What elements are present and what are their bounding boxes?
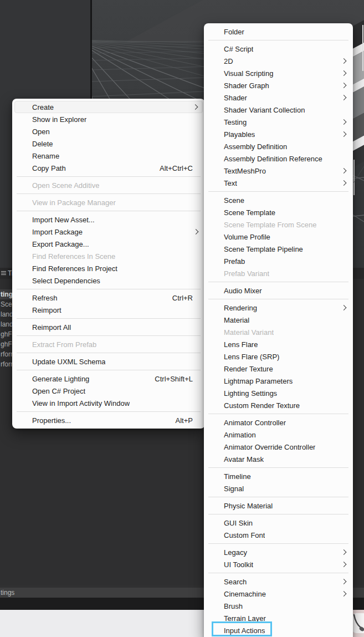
menu-item-brush[interactable]: Brush: [204, 600, 353, 612]
menu-item-2d[interactable]: 2D: [204, 55, 353, 67]
menu-item-label: Shader Graph: [224, 81, 269, 90]
menu-item-lightmap-parameters[interactable]: Lightmap Parameters: [204, 375, 353, 387]
menu-item-import-new-asset[interactable]: Import New Asset...: [12, 213, 205, 226]
menu-item-terrain-layer[interactable]: Terrain Layer: [204, 612, 353, 624]
menu-item-timeline[interactable]: Timeline: [204, 470, 353, 482]
menu-item-rename[interactable]: Rename: [12, 150, 205, 162]
menu-item-label: Find References In Scene: [32, 252, 115, 261]
menu-item-input-actions[interactable]: Input Actions: [204, 624, 353, 636]
menu-item-scene-template[interactable]: Scene Template: [204, 206, 353, 218]
menu-item-label: Cinemachine: [224, 590, 266, 598]
menu-item-custom-render-texture[interactable]: Custom Render Texture: [204, 399, 353, 411]
menu-shortcut: Alt+P: [176, 416, 197, 425]
menu-item-show-in-explorer[interactable]: Show in Explorer: [12, 113, 205, 125]
menu-item-signal[interactable]: Signal: [204, 482, 353, 495]
brush-icon: [352, 613, 364, 633]
menu-separator: [204, 512, 353, 517]
menu-item-text[interactable]: Text: [204, 177, 353, 189]
menu-item-legacy[interactable]: Legacy: [204, 546, 353, 558]
menu-item-label: Show in Explorer: [32, 115, 86, 124]
menu-item-cinemachine[interactable]: Cinemachine: [204, 588, 353, 600]
menu-item-volume-profile[interactable]: Volume Profile: [204, 231, 353, 243]
separator-line: [17, 411, 201, 412]
menu-item-label: Avatar Mask: [224, 455, 264, 463]
brush-asset-tile[interactable]: [352, 613, 364, 633]
menu-item-lighting-settings[interactable]: Lighting Settings: [204, 387, 353, 399]
menu-item-find-references-in-project[interactable]: Find References In Project: [12, 262, 205, 274]
menu-item-custom-font[interactable]: Custom Font: [204, 529, 353, 541]
menu-item-select-dependencies[interactable]: Select Dependencies: [12, 274, 205, 287]
menu-item-create[interactable]: Create: [14, 101, 203, 113]
menu-item-label: Copy Path: [32, 164, 66, 172]
menu-item-scene[interactable]: Scene: [204, 194, 353, 206]
menu-item-gui-skin[interactable]: GUI Skin: [204, 517, 353, 529]
menu-item-label: Physic Material: [224, 502, 273, 510]
menu-item-label: Prefab: [224, 257, 245, 266]
menu-item-import-package[interactable]: Import Package: [12, 226, 205, 238]
menu-item-shader[interactable]: Shader: [204, 91, 353, 104]
menu-item-label: View in Import Activity Window: [32, 399, 130, 407]
menu-item-view-in-import-activity-window[interactable]: View in Import Activity Window: [12, 397, 205, 409]
menu-separator: [12, 191, 205, 196]
menu-item-visual-scripting[interactable]: Visual Scripting: [204, 67, 353, 79]
separator-line: [17, 318, 201, 319]
menu-separator: [12, 208, 205, 213]
menu-item-search[interactable]: Search: [204, 575, 353, 588]
menu-item-label: Shader: [224, 94, 247, 102]
menu-item-folder[interactable]: Folder: [204, 26, 353, 38]
menu-item-open[interactable]: Open: [12, 125, 205, 137]
menu-item-lens-flare-srp[interactable]: Lens Flare (SRP): [204, 350, 353, 363]
menu-separator: [204, 279, 353, 284]
separator-line: [17, 176, 201, 177]
menu-item-animation[interactable]: Animation: [204, 429, 353, 441]
menu-item-label: Audio Mixer: [224, 287, 262, 295]
submenu-arrow-icon: [341, 562, 347, 567]
menu-item-lens-flare[interactable]: Lens Flare: [204, 338, 353, 350]
menu-item-assembly-definition-reference[interactable]: Assembly Definition Reference: [204, 152, 353, 165]
menu-separator: [12, 174, 205, 179]
menu-item-rendering[interactable]: Rendering: [204, 302, 353, 314]
menu-item-c-script[interactable]: C# Script: [204, 43, 353, 55]
menu-item-label: Find References In Project: [32, 264, 117, 273]
menu-item-label: Open C# Project: [32, 387, 85, 395]
menu-item-animator-controller[interactable]: Animator Controller: [204, 416, 353, 429]
menu-item-label: Import New Asset...: [32, 216, 95, 224]
menu-shortcut: Alt+Ctrl+C: [160, 164, 197, 172]
menu-item-shader-variant-collection[interactable]: Shader Variant Collection: [204, 104, 353, 116]
menu-item-scene-template-pipeline[interactable]: Scene Template Pipeline: [204, 243, 353, 255]
menu-item-label: Lightmap Parameters: [224, 377, 293, 385]
separator-line: [17, 335, 201, 336]
menu-item-open-c-project[interactable]: Open C# Project: [12, 385, 205, 397]
menu-item-extract-from-prefab: Extract From Prefab: [12, 338, 205, 350]
menu-separator: [204, 411, 353, 416]
menu-item-textmeshpro[interactable]: TextMeshPro: [204, 165, 353, 177]
menu-item-physic-material[interactable]: Physic Material: [204, 500, 353, 512]
menu-item-label: Input Actions: [224, 626, 265, 635]
menu-item-avatar-mask[interactable]: Avatar Mask: [204, 453, 353, 465]
menu-item-render-texture[interactable]: Render Texture: [204, 363, 353, 375]
menu-item-label: Rendering: [224, 304, 257, 312]
menu-item-refresh[interactable]: RefreshCtrl+R: [12, 292, 205, 304]
menu-item-audio-mixer[interactable]: Audio Mixer: [204, 284, 353, 297]
menu-item-open-scene-additive: Open Scene Additive: [12, 179, 205, 191]
menu-item-reimport-all[interactable]: Reimport All: [12, 321, 205, 333]
menu-item-delete[interactable]: Delete: [12, 137, 205, 150]
menu-item-reimport[interactable]: Reimport: [12, 304, 205, 316]
menu-item-generate-lighting[interactable]: Generate LightingCtrl+Shift+L: [12, 373, 205, 385]
menu-item-properties[interactable]: Properties...Alt+P: [12, 414, 205, 426]
menu-item-testing[interactable]: Testing: [204, 116, 353, 128]
menu-item-ui-toolkit[interactable]: UI Toolkit: [204, 558, 353, 570]
menu-item-playables[interactable]: Playables: [204, 128, 353, 140]
menu-item-assembly-definition[interactable]: Assembly Definition: [204, 140, 353, 152]
menu-item-shader-graph[interactable]: Shader Graph: [204, 79, 353, 91]
menu-item-copy-path[interactable]: Copy PathAlt+Ctrl+C: [12, 162, 205, 174]
menu-item-update-uxml-schema[interactable]: Update UXML Schema: [12, 355, 205, 368]
menu-item-animator-override-controller[interactable]: Animator Override Controller: [204, 441, 353, 453]
menu-item-prefab[interactable]: Prefab: [204, 255, 353, 267]
menu-separator: [204, 541, 353, 546]
separator-line: [208, 414, 348, 414]
separator-line: [208, 40, 348, 40]
menu-item-export-package[interactable]: Export Package...: [12, 238, 205, 250]
menu-item-label: Search: [224, 578, 247, 586]
menu-item-material[interactable]: Material: [204, 314, 353, 326]
